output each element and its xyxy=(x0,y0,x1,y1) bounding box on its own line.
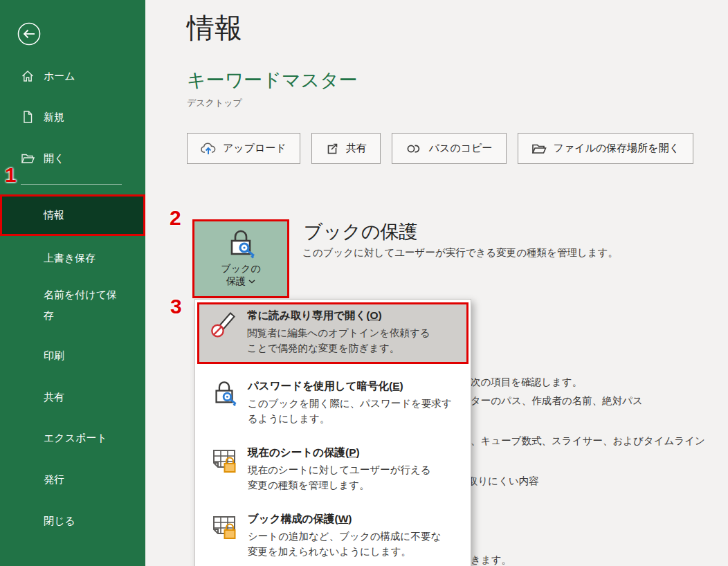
sidebar-item-label: 上書き保存 xyxy=(44,252,95,265)
open-file-location-icon xyxy=(531,142,547,156)
sidebar-item-close[interactable]: 閉じる xyxy=(0,510,145,532)
sheet-lock-icon xyxy=(209,445,239,475)
back-arrow-icon xyxy=(17,21,42,46)
pencil-blocked-icon xyxy=(208,308,239,338)
sidebar-item-label: 名前を付けて保存 xyxy=(44,284,121,326)
menu-item-description: シートの追加など、ブックの構成に不要な変更を加えられないようにします。 xyxy=(248,529,441,559)
sheet-lock-icon xyxy=(209,511,239,542)
annotation-step-3: 3 xyxy=(170,295,182,318)
sidebar-item-info-selected[interactable]: 情報 xyxy=(0,194,145,236)
sidebar-item-print[interactable]: 印刷 xyxy=(0,345,145,367)
share-button[interactable]: 共有 xyxy=(311,133,381,164)
sidebar-item-label: 情報 xyxy=(44,209,64,222)
sidebar-item-publish[interactable]: 発行 xyxy=(0,468,145,491)
back-button[interactable] xyxy=(17,21,42,46)
sidebar-item-label: 共有 xyxy=(44,391,64,404)
protect-workbook-button[interactable]: ブックの 保護 xyxy=(192,219,289,298)
sidebar-item-share[interactable]: 共有 xyxy=(0,386,145,408)
menu-item-title: パスワードを使用して暗号化(E) xyxy=(248,379,452,394)
menu-item-title: ブック構成の保護(W) xyxy=(248,512,441,527)
backstage-sidebar: ホーム 新規 開く 1 情報 上書き保存 名前を付けて保存 印刷 共有 エクスポ… xyxy=(0,0,145,566)
lock-key-icon xyxy=(209,378,239,409)
page-title: 情報 xyxy=(187,9,242,47)
sidebar-item-save[interactable]: 上書き保存 xyxy=(0,247,145,269)
background-text-fragment: 取りにくい内容 xyxy=(468,475,539,488)
open-file-location-button-label: ファイルの保存場所を開く xyxy=(554,142,680,155)
menu-item-protect-workbook-structure[interactable]: ブック構成の保護(W) シートの追加など、ブックの構成に不要な変更を加えられない… xyxy=(197,506,466,566)
menu-item-encrypt-with-password[interactable]: パスワードを使用して暗号化(E) このブックを開く際に、パスワードを要求するよう… xyxy=(197,374,466,437)
sidebar-item-label: 開く xyxy=(44,152,64,165)
protect-workbook-description: このブックに対してユーザーが実行できる変更の種類を管理します。 xyxy=(302,246,618,259)
sidebar-item-label: 閉じる xyxy=(44,515,75,528)
new-document-icon xyxy=(21,110,35,124)
annotation-step-1: 1 xyxy=(5,163,17,187)
link-icon xyxy=(406,142,422,156)
chevron-down-icon xyxy=(248,280,255,284)
background-text-fragment: 、キューブ数式、スライサー、およびタイムライン xyxy=(471,435,705,448)
background-text-fragment: きます。 xyxy=(471,554,511,566)
open-folder-icon xyxy=(21,152,35,165)
menu-item-title: 常に読み取り専用で開く(O) xyxy=(247,309,430,323)
document-title: キーワードマスター xyxy=(187,68,358,93)
menu-item-always-open-read-only[interactable]: 常に読み取り専用で開く(O) 閲覧者に編集へのオプトインを依頼することで偶発的な… xyxy=(197,302,468,364)
sidebar-item-new[interactable]: 新規 xyxy=(0,106,145,128)
share-button-label: 共有 xyxy=(346,142,367,155)
copy-path-button-label: パスのコピー xyxy=(429,142,493,155)
protect-workbook-heading: ブックの保護 xyxy=(304,219,418,244)
document-toolbar: アップロード 共有 パスのコピー ファイルの保存場所を開く xyxy=(187,133,693,164)
document-location: デスクトップ xyxy=(187,97,242,109)
open-file-location-button[interactable]: ファイルの保存場所を開く xyxy=(518,133,693,164)
sidebar-divider xyxy=(21,184,122,185)
home-icon xyxy=(21,69,35,83)
background-text-fragment: ターのパス、作成者の名前、絶対パス xyxy=(471,394,643,408)
cloud-upload-icon xyxy=(201,142,216,156)
menu-item-description: このブックを開く際に、パスワードを要求するようにします。 xyxy=(248,396,452,426)
sidebar-item-label: ホーム xyxy=(44,70,75,83)
sidebar-item-label: 新規 xyxy=(44,111,64,124)
upload-button[interactable]: アップロード xyxy=(187,133,300,164)
share-icon xyxy=(325,142,339,156)
upload-button-label: アップロード xyxy=(223,142,286,155)
protect-workbook-button-label-line2: 保護 xyxy=(226,275,246,288)
sidebar-item-export[interactable]: エクスポート xyxy=(0,427,145,449)
background-text-fragment: 次の項目を確認します。 xyxy=(471,376,582,389)
sidebar-item-label: 発行 xyxy=(44,473,64,486)
sidebar-item-label: エクスポート xyxy=(44,432,107,445)
annotation-step-2: 2 xyxy=(170,206,181,230)
copy-path-button[interactable]: パスのコピー xyxy=(392,133,507,164)
protect-workbook-button-label-line1: ブックの xyxy=(221,263,260,275)
sidebar-item-label: 印刷 xyxy=(44,349,64,363)
menu-item-description: 閲覧者に編集へのオプトインを依頼することで偶発的な変更を防ぎます。 xyxy=(247,325,430,356)
protect-workbook-dropdown-menu: 常に読み取り専用で開く(O) 閲覧者に編集へのオプトインを依頼することで偶発的な… xyxy=(194,299,471,566)
sidebar-item-home[interactable]: ホーム xyxy=(0,65,145,87)
sidebar-item-save-as[interactable]: 名前を付けて保存 xyxy=(0,284,145,326)
menu-item-description: 現在のシートに対してユーザーが行える変更の種類を管理します。 xyxy=(248,462,431,493)
menu-item-title: 現在のシートの保護(P) xyxy=(248,446,431,460)
menu-item-protect-current-sheet[interactable]: 現在のシートの保護(P) 現在のシートに対してユーザーが行える変更の種類を管理し… xyxy=(197,440,466,504)
lock-key-icon xyxy=(225,227,257,262)
sidebar-item-open[interactable]: 開く xyxy=(0,147,145,170)
